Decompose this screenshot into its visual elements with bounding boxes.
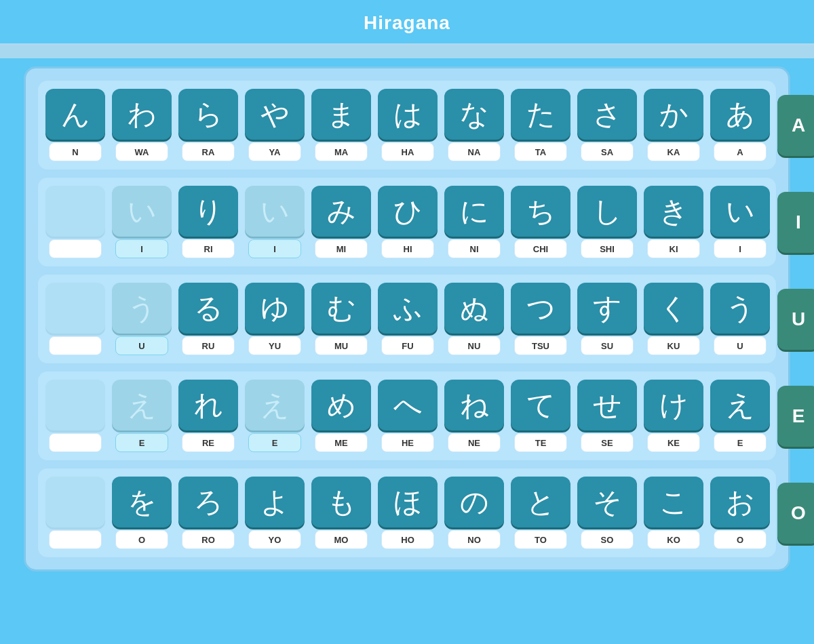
cell-i-9[interactable]: きKI — [643, 186, 704, 258]
cell-u-5[interactable]: ふFU — [377, 283, 438, 355]
cell-e-3[interactable]: えE — [244, 380, 305, 452]
cell-o-8[interactable]: そSO — [577, 477, 638, 549]
cell-u-10[interactable]: うU — [710, 283, 771, 355]
kana-display: え — [245, 380, 305, 430]
cell-a-0[interactable]: んN — [45, 89, 106, 161]
cell-e-10[interactable]: えE — [710, 380, 771, 452]
cell-o-6[interactable]: のNO — [444, 477, 505, 549]
cell-o-4[interactable]: もMO — [311, 477, 372, 549]
cell-a-7[interactable]: たTA — [510, 89, 571, 161]
cell-e-0[interactable] — [45, 380, 106, 452]
cell-e-7[interactable]: てTE — [510, 380, 571, 452]
cell-u-8[interactable]: すSU — [577, 283, 638, 355]
cell-a-9[interactable]: かKA — [643, 89, 704, 161]
romaji-display: NA — [448, 142, 501, 161]
cell-i-6[interactable]: にNI — [444, 186, 505, 258]
romaji-display: RI — [182, 239, 235, 258]
main-grid: んNわWAらRAやYAまMAはHAなNAたTAさSAかKAあAAいIりRIいIみ… — [24, 66, 790, 571]
kana-display — [45, 283, 105, 334]
romaji-display: RE — [182, 433, 235, 452]
cell-a-10[interactable]: あA — [710, 89, 771, 161]
cell-i-10[interactable]: いI — [710, 186, 771, 258]
cell-o-7[interactable]: とTO — [510, 477, 571, 549]
cell-a-3[interactable]: やYA — [244, 89, 305, 161]
romaji-display: RU — [182, 336, 235, 355]
cell-i-0[interactable] — [45, 186, 106, 258]
cell-o-1[interactable]: をO — [111, 477, 172, 549]
cell-a-6[interactable]: なNA — [444, 89, 505, 161]
kana-display: う — [112, 283, 172, 334]
cell-a-5[interactable]: はHA — [377, 89, 438, 161]
kana-display: え — [710, 380, 770, 430]
kana-display: つ — [511, 283, 570, 334]
kana-display: い — [245, 186, 305, 237]
cell-e-9[interactable]: けKE — [643, 380, 704, 452]
cell-o-3[interactable]: よYO — [244, 477, 305, 549]
cell-u-9[interactable]: くKU — [643, 283, 704, 355]
cell-a-8[interactable]: さSA — [577, 89, 638, 161]
kana-display: あ — [710, 89, 770, 140]
kana-display: せ — [577, 380, 637, 430]
romaji-display — [49, 336, 102, 355]
kana-display: す — [577, 283, 637, 334]
cell-u-3[interactable]: ゆYU — [244, 283, 305, 355]
cell-u-7[interactable]: つTSU — [510, 283, 571, 355]
cell-e-5[interactable]: へHE — [377, 380, 438, 452]
header: Hiragana — [0, 0, 814, 43]
row-a: んNわWAらRAやYAまMAはHAなNAたTAさSAかKAあAA — [38, 81, 776, 169]
romaji-display: MA — [315, 142, 368, 161]
cell-i-7[interactable]: ちCHI — [510, 186, 571, 258]
cell-o-9[interactable]: こKO — [643, 477, 704, 549]
romaji-display: YU — [248, 336, 301, 355]
kana-display: も — [311, 477, 371, 527]
cell-i-3[interactable]: いI — [244, 186, 305, 258]
kana-display: る — [178, 283, 238, 334]
kana-display: ね — [444, 380, 504, 430]
romaji-display: TSU — [514, 336, 567, 355]
cell-u-0[interactable] — [45, 283, 106, 355]
kana-display: へ — [378, 380, 438, 430]
cell-a-2[interactable]: らRA — [178, 89, 239, 161]
kana-display: ま — [311, 89, 371, 140]
kana-display: り — [178, 186, 238, 237]
kana-display: め — [311, 380, 371, 430]
kana-display: き — [644, 186, 703, 237]
kana-display: く — [644, 283, 703, 334]
cell-o-0[interactable] — [45, 477, 106, 549]
row-label-o: O — [777, 483, 814, 544]
romaji-display: I — [714, 239, 767, 258]
cell-u-6[interactable]: ぬNU — [444, 283, 505, 355]
romaji-display: A — [714, 142, 767, 161]
row-label-e: E — [777, 386, 814, 447]
cell-i-2[interactable]: りRI — [178, 186, 239, 258]
cell-a-1[interactable]: わWA — [111, 89, 172, 161]
cell-i-1[interactable]: いI — [111, 186, 172, 258]
kana-display: れ — [178, 380, 238, 430]
cells-area-i: いIりRIいIみMIひHIにNIちCHIしSHIきKIいI — [45, 186, 771, 258]
cell-i-4[interactable]: みMI — [311, 186, 372, 258]
cell-a-4[interactable]: まMA — [311, 89, 372, 161]
romaji-display: KA — [647, 142, 700, 161]
cells-area-o: をOろROよYOもMOほHOのNOとTOそSOこKOおO — [45, 477, 771, 549]
row-e: えEれREえEめMEへHEねNEてTEせSEけKEえEE — [38, 371, 776, 460]
cell-o-2[interactable]: ろRO — [178, 477, 239, 549]
cell-e-2[interactable]: れRE — [178, 380, 239, 452]
cell-o-10[interactable]: おO — [710, 477, 771, 549]
kana-display: を — [112, 477, 172, 527]
cell-i-5[interactable]: ひHI — [377, 186, 438, 258]
kana-display: み — [311, 186, 371, 237]
cell-o-5[interactable]: ほHO — [377, 477, 438, 549]
cell-i-8[interactable]: しSHI — [577, 186, 638, 258]
kana-display: わ — [112, 89, 172, 140]
romaji-display: O — [714, 530, 767, 549]
romaji-display — [49, 239, 102, 258]
cell-e-4[interactable]: めME — [311, 380, 372, 452]
divider — [0, 43, 814, 58]
cell-u-2[interactable]: るRU — [178, 283, 239, 355]
kana-display: ほ — [378, 477, 438, 527]
cell-u-1[interactable]: うU — [111, 283, 172, 355]
cell-e-8[interactable]: せSE — [577, 380, 638, 452]
cell-e-1[interactable]: えE — [111, 380, 172, 452]
cell-u-4[interactable]: むMU — [311, 283, 372, 355]
cell-e-6[interactable]: ねNE — [444, 380, 505, 452]
